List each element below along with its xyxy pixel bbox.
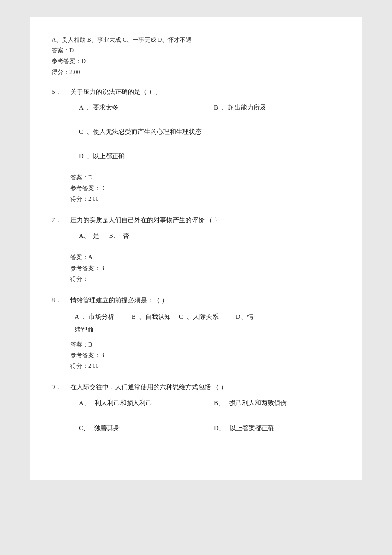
question-7: 7． 压力的实质是人们自己外在的对事物产生的评价 （ ） A、 是 B、 否 答… <box>52 214 340 284</box>
q6-option-a: A 、要求太多 <box>79 102 205 113</box>
q7-answer: 答案：A <box>70 252 340 263</box>
q9-option-d: D、 以上答案都正确 <box>214 422 340 434</box>
question-6-text: 关于压力的说法正确的是（ ）。 <box>70 86 340 98</box>
q9-option-c: C、 独善其身 <box>79 422 205 434</box>
question-8: 8． 情绪管理建立的前提必须是：（ ） A 、市场分析 B 、自我认知 C 、人… <box>52 295 340 372</box>
top-score-line: 得分：2.00 <box>52 67 340 78</box>
question-7-number: 7． <box>52 214 63 284</box>
page-container: A、贵人相助 B、事业大成 C、一事无成 D、怀才不遇 答案：D 参考答案：D … <box>30 17 362 480</box>
q7-ref-answer: 参考答案：B <box>70 263 340 274</box>
question-9-wrapper: 在人际交往中，人们通常使用的六种思维方式包括 （ ） A、 利人利己和损人利己 … <box>70 382 340 444</box>
q8-ref-answer: 参考答案：B <box>70 350 340 361</box>
question-6-options: A 、要求太多 B 、超出能力所及 C 、使人无法忍受而产生的心理和生理状态 D… <box>79 102 340 169</box>
top-ref-answer-line: 参考答案：D <box>52 56 340 66</box>
question-9-number: 9． <box>52 382 63 444</box>
q7-score: 得分： <box>70 274 340 284</box>
q8-answer: 答案：B <box>70 339 340 350</box>
question-7-options: A、 是 B、 否 <box>79 230 340 249</box>
question-9-options: A、 利人利己和损人利己 B、 损己利人和两败俱伤 C、 独善其身 D、 以上答… <box>79 397 340 441</box>
question-9: 9． 在人际交往中，人们通常使用的六种思维方式包括 （ ） A、 利人利己和损人… <box>52 382 340 444</box>
q6-answer: 答案：D <box>70 172 340 183</box>
question-7-wrapper: 压力的实质是人们自己外在的对事物产生的评价 （ ） A、 是 B、 否 答案：A… <box>70 214 340 284</box>
question-6: 6． 关于压力的说法正确的是（ ）。 A 、要求太多 B 、超出能力所及 C 、… <box>52 86 340 205</box>
question-6-wrapper: 关于压力的说法正确的是（ ）。 A 、要求太多 B 、超出能力所及 C 、使人无… <box>70 86 340 205</box>
question-6-number: 6． <box>52 86 63 205</box>
q6-score: 得分：2.00 <box>70 194 340 204</box>
question-6-answers: 答案：D 参考答案：D 得分：2.00 <box>70 172 340 205</box>
q8-option-a: A 、市场分析 <box>75 313 130 320</box>
top-answer-block: A、贵人相助 B、事业大成 C、一事无成 D、怀才不遇 答案：D 参考答案：D … <box>52 35 340 78</box>
q6-ref-answer: 参考答案：D <box>70 183 340 194</box>
question-7-answers: 答案：A 参考答案：B 得分： <box>70 252 340 284</box>
question-9-text: 在人际交往中，人们通常使用的六种思维方式包括 （ ） <box>70 382 340 393</box>
question-8-answers: 答案：B 参考答案：B 得分：2.00 <box>70 339 340 372</box>
q8-score: 得分：2.00 <box>70 361 340 371</box>
q7-option-a: A、 是 B、 否 <box>79 230 129 242</box>
top-options-line: A、贵人相助 B、事业大成 C、一事无成 D、怀才不遇 <box>52 35 340 45</box>
q9-option-b: B、 损己利人和两败俱伤 <box>214 397 340 409</box>
q6-option-c: C 、使人无法忍受而产生的心理和生理状态 <box>79 126 340 138</box>
question-8-wrapper: 情绪管理建立的前提必须是：（ ） A 、市场分析 B 、自我认知 C 、人际关系… <box>70 295 340 372</box>
question-8-options: A 、市场分析 B 、自我认知 C 、人际关系 D、情 绪智商 <box>75 310 340 336</box>
q8-option-d: D、情 <box>236 313 254 320</box>
q6-option-b: B 、超出能力所及 <box>214 102 340 113</box>
q9-option-a: A、 利人利己和损人利己 <box>79 397 205 409</box>
q8-option-c: C 、人际关系 <box>179 313 234 320</box>
question-8-text: 情绪管理建立的前提必须是：（ ） <box>70 295 340 306</box>
q6-option-d: D 、以上都正确 <box>79 150 205 162</box>
q8-option-b: B 、自我认知 <box>132 313 178 320</box>
question-7-text: 压力的实质是人们自己外在的对事物产生的评价 （ ） <box>70 214 340 226</box>
question-8-number: 8． <box>52 295 63 372</box>
top-answer-line: 答案：D <box>52 45 340 56</box>
